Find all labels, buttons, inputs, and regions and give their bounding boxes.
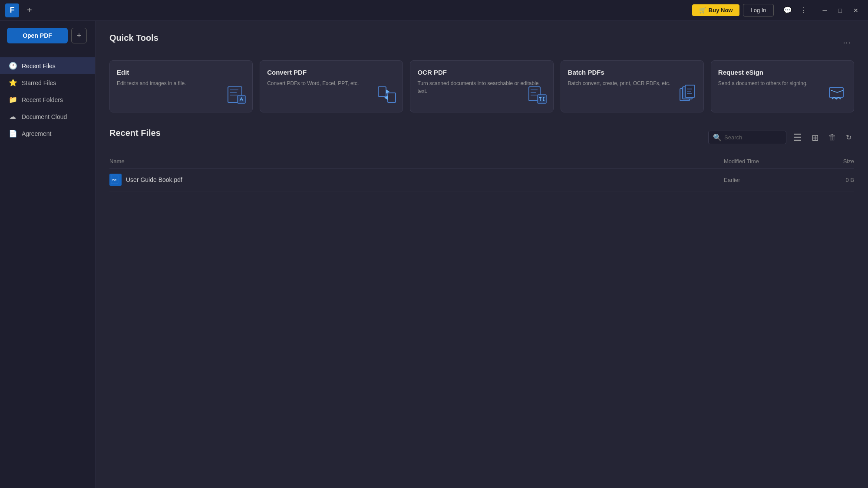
login-button[interactable]: Log In — [743, 4, 773, 16]
recent-files-header: Recent Files 🔍 ☰ ⊞ 🗑 ↻ — [109, 128, 854, 147]
esign-card-title: Request eSign — [718, 69, 847, 76]
col-name-header: Name — [109, 158, 724, 165]
esign-card-icon — [828, 84, 848, 107]
quick-tools-more-button[interactable]: ⋯ — [839, 36, 854, 49]
sidebar-btn-row: Open PDF + — [7, 28, 88, 43]
recent-files-title: Recent Files — [109, 128, 161, 138]
cart-icon: 🛒 — [699, 7, 706, 13]
svg-text:PDF: PDF — [112, 178, 117, 181]
svg-rect-6 — [388, 93, 396, 102]
convert-card-title: Convert PDF — [267, 69, 396, 76]
title-bar-left: F + — [5, 3, 36, 17]
sidebar-item-label: Starred Files — [22, 79, 56, 86]
title-bar-icons: 💬 ⋮ ─ □ ✕ — [781, 4, 863, 16]
add-tab-button[interactable]: + — [23, 3, 36, 17]
edit-card-icon — [226, 84, 247, 107]
divider — [814, 6, 814, 15]
document-cloud-icon: ☁ — [9, 112, 17, 121]
close-button[interactable]: ✕ — [849, 5, 863, 16]
col-modified-header: Modified Time — [724, 158, 811, 165]
ocr-card-icon: T — [527, 84, 548, 107]
recent-files-icon: 🕐 — [9, 62, 17, 70]
search-input[interactable] — [724, 134, 785, 141]
svg-rect-10 — [531, 95, 537, 96]
tool-card-batch[interactable]: Batch PDFs Batch convert, create, print,… — [561, 60, 704, 112]
sidebar-item-starred-files[interactable]: ⭐ Starred Files — [0, 74, 95, 91]
svg-text:T: T — [539, 96, 542, 102]
main-content: Quick Tools ⋯ Edit Edit texts and images… — [96, 21, 868, 488]
agreement-icon: 📄 — [9, 129, 17, 138]
quick-tools-header: Quick Tools ⋯ — [109, 33, 854, 52]
file-name: User Guide Book.pdf — [126, 176, 724, 183]
batch-card-icon — [677, 84, 698, 107]
svg-rect-1 — [230, 89, 238, 90]
buy-now-label: Buy Now — [709, 7, 733, 13]
search-icon: 🔍 — [713, 133, 722, 142]
title-bar: F + 🛒 Buy Now Log In 💬 ⋮ ─ □ ✕ — [0, 0, 868, 21]
title-bar-right: 🛒 Buy Now Log In 💬 ⋮ ─ □ ✕ — [692, 4, 863, 16]
sidebar-item-label: Recent Files — [22, 63, 56, 69]
recent-folders-icon: 📁 — [9, 96, 17, 104]
sidebar-item-recent-folders[interactable]: 📁 Recent Folders — [0, 91, 95, 108]
svg-rect-3 — [230, 95, 238, 96]
ocr-card-title: OCR PDF — [417, 69, 546, 76]
file-table: Name Modified Time Size PDF User Guide B… — [109, 155, 854, 191]
sidebar-top: Open PDF + — [0, 28, 95, 50]
buy-now-button[interactable]: 🛒 Buy Now — [692, 4, 740, 16]
trash-button[interactable]: 🗑 — [826, 131, 839, 144]
refresh-button[interactable]: ↻ — [843, 132, 854, 143]
sidebar-item-agreement[interactable]: 📄 Agreement — [0, 125, 95, 142]
file-icon: PDF — [109, 174, 122, 186]
sidebar-item-document-cloud[interactable]: ☁ Document Cloud — [0, 108, 95, 125]
quick-tools-title: Quick Tools — [109, 33, 158, 43]
view-list-button[interactable]: ☰ — [791, 130, 805, 145]
svg-rect-4 — [238, 96, 245, 103]
svg-rect-2 — [230, 92, 237, 93]
open-pdf-button[interactable]: Open PDF — [7, 28, 68, 43]
main-layout: Open PDF + 🕐 Recent Files ⭐ Starred File… — [0, 21, 868, 488]
chat-icon[interactable]: 💬 — [781, 4, 795, 16]
tool-card-esign[interactable]: Request eSign Send a document to others … — [711, 60, 854, 112]
file-table-header: Name Modified Time Size — [109, 155, 854, 168]
sidebar: Open PDF + 🕐 Recent Files ⭐ Starred File… — [0, 21, 96, 488]
convert-card-icon — [376, 84, 397, 107]
tool-card-convert[interactable]: Convert PDF Convert PDFs to Word, Excel,… — [260, 60, 403, 112]
new-tab-button[interactable]: + — [71, 28, 87, 43]
batch-card-title: Batch PDFs — [568, 69, 696, 76]
maximize-button[interactable]: □ — [834, 5, 846, 16]
file-modified: Earlier — [724, 177, 811, 183]
sidebar-nav: 🕐 Recent Files ⭐ Starred Files 📁 Recent … — [0, 57, 95, 142]
view-grid-button[interactable]: ⊞ — [809, 131, 822, 145]
col-size-header: Size — [811, 158, 854, 165]
sidebar-item-label: Document Cloud — [22, 113, 67, 120]
sidebar-item-label: Agreement — [22, 130, 51, 137]
starred-files-icon: ⭐ — [9, 79, 17, 87]
quick-tools-grid: Edit Edit texts and images in a file. — [109, 60, 854, 112]
search-box[interactable]: 🔍 — [708, 131, 786, 144]
svg-rect-9 — [531, 92, 536, 93]
svg-rect-8 — [531, 89, 538, 90]
sidebar-item-recent-files[interactable]: 🕐 Recent Files — [0, 57, 95, 74]
tool-card-edit[interactable]: Edit Edit texts and images in a file. — [109, 60, 253, 112]
svg-rect-5 — [378, 87, 386, 96]
svg-rect-17 — [687, 91, 691, 92]
more-icon[interactable]: ⋮ — [797, 4, 809, 16]
sidebar-item-label: Recent Folders — [22, 96, 63, 103]
svg-rect-18 — [687, 93, 692, 94]
tool-card-ocr[interactable]: OCR PDF Turn scanned documents into sear… — [410, 60, 553, 112]
edit-card-title: Edit — [117, 69, 245, 76]
recent-files-actions: 🔍 ☰ ⊞ 🗑 ↻ — [708, 130, 854, 145]
app-logo: F — [5, 3, 19, 17]
minimize-button[interactable]: ─ — [818, 5, 832, 16]
table-row[interactable]: PDF User Guide Book.pdf Earlier 0 B — [109, 168, 854, 191]
file-size: 0 B — [811, 177, 854, 183]
svg-rect-16 — [687, 89, 692, 89]
